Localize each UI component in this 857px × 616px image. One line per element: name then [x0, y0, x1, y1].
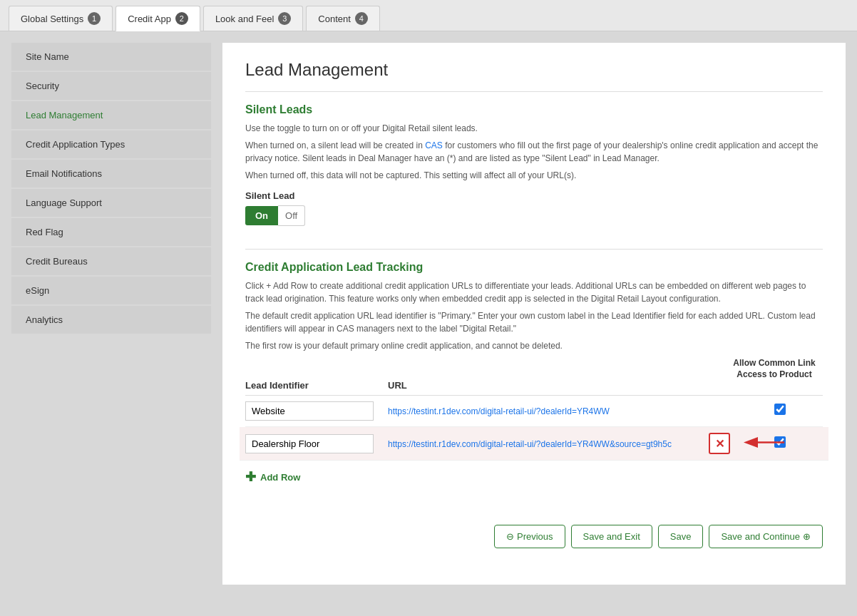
table-row-2: https://testint.r1dev.com/digital-retail… — [240, 427, 828, 461]
url-cell-1: https://testint.r1dev.com/digital-retail… — [388, 406, 702, 416]
lead-tracking-table: Allow Common Link Access to Product Lead… — [245, 358, 823, 461]
url-text-1: https://testint.r1dev.com/digital-retail… — [388, 406, 610, 416]
add-row-label: Add Row — [260, 472, 300, 483]
lead-id-cell-1 — [245, 401, 388, 421]
lead-identifier-input-1[interactable] — [245, 401, 374, 421]
plus-icon: ✚ — [245, 469, 256, 485]
section-divider-2 — [245, 249, 823, 250]
sidebar-item-esign[interactable]: eSign — [11, 277, 211, 304]
previous-button[interactable]: ⊖ Previous — [494, 525, 565, 548]
sidebar-item-email-notifications[interactable]: Email Notifications — [11, 160, 211, 188]
silent-leads-desc3: When turned off, this data will not be c… — [245, 169, 823, 182]
sidebar-item-red-flag[interactable]: Red Flag — [11, 218, 211, 246]
save-button[interactable]: Save — [658, 525, 704, 548]
sidebar-item-lead-management[interactable]: Lead Management — [11, 101, 211, 129]
save-and-continue-icon: ⊕ — [803, 531, 811, 542]
delete-icon: ✕ — [715, 437, 724, 451]
allow-checkbox-1[interactable] — [774, 404, 786, 415]
col-url-header: URL — [388, 380, 702, 391]
sidebar-item-credit-application-types[interactable]: Credit Application Types — [11, 130, 211, 158]
save-and-exit-button[interactable]: Save and Exit — [571, 525, 652, 548]
content-area: Lead Management Silent Leads Use the tog… — [222, 43, 846, 585]
allow-checkbox-2[interactable] — [774, 436, 786, 448]
tab-look-and-feel-label: Look and Feel — [215, 14, 274, 24]
url-text-2: https://testint.r1dev.com/digital-retail… — [388, 439, 672, 449]
save-and-exit-label: Save and Exit — [583, 531, 640, 542]
save-label: Save — [670, 531, 692, 542]
footer-buttons: ⊖ Previous Save and Exit Save Save and C… — [245, 513, 823, 548]
tab-global-settings[interactable]: Global Settings 1 — [9, 6, 113, 31]
tab-global-settings-badge: 1 — [88, 12, 101, 25]
toggle-on-button[interactable]: On — [245, 206, 278, 225]
sidebar-item-analytics[interactable]: Analytics — [11, 306, 211, 334]
sidebar-item-security[interactable]: Security — [11, 72, 211, 100]
credit-app-desc3: The first row is your default primary on… — [245, 339, 823, 352]
lead-identifier-input-2[interactable] — [245, 434, 374, 453]
credit-app-desc2: The default credit application URL lead … — [245, 309, 823, 335]
tab-content-label: Content — [318, 14, 351, 24]
col-allow-header: Allow Common Link Access to Product — [732, 358, 817, 380]
add-row-button[interactable]: ✚ Add Row — [245, 469, 300, 485]
title-divider — [245, 91, 823, 92]
tab-look-and-feel-badge: 3 — [278, 12, 291, 25]
tab-content-badge: 4 — [355, 12, 368, 25]
lead-id-cell-2 — [245, 434, 388, 453]
save-and-continue-label: Save and Continue — [721, 531, 800, 542]
main-container: Site Name Security Lead Management Credi… — [11, 43, 846, 585]
delete-cell-2: ✕ — [702, 433, 737, 454]
url-cell-2: https://testint.r1dev.com/digital-retail… — [388, 438, 702, 449]
tab-global-settings-label: Global Settings — [21, 14, 83, 24]
allow-cell-1 — [737, 404, 823, 419]
delete-row-2-button[interactable]: ✕ — [709, 433, 730, 454]
toggle-off-button[interactable]: Off — [278, 205, 305, 226]
sidebar-item-credit-bureaus[interactable]: Credit Bureaus — [11, 247, 211, 275]
previous-icon: ⊖ — [506, 531, 514, 542]
save-and-continue-button[interactable]: Save and Continue ⊕ — [709, 525, 823, 548]
allow-cell-2 — [737, 436, 823, 451]
sidebar-item-site-name[interactable]: Site Name — [11, 43, 211, 71]
table-row-1: https://testint.r1dev.com/digital-retail… — [245, 396, 823, 427]
silent-leads-heading: Silent Leads — [245, 103, 823, 116]
previous-label: Previous — [517, 531, 553, 542]
sidebar: Site Name Security Lead Management Credi… — [11, 43, 211, 585]
silent-leads-desc2: When turned on, a silent lead will be cr… — [245, 139, 823, 165]
tab-credit-app[interactable]: Credit App 2 — [116, 6, 200, 31]
silent-leads-desc1: Use the toggle to turn on or off your Di… — [245, 122, 823, 135]
sidebar-item-language-support[interactable]: Language Support — [11, 189, 211, 217]
page-title: Lead Management — [245, 60, 823, 80]
tab-credit-app-badge: 2 — [175, 12, 188, 25]
tab-look-and-feel[interactable]: Look and Feel 3 — [203, 6, 303, 31]
table-header: Lead Identifier URL — [245, 380, 823, 396]
silent-lead-label: Silent Lead — [245, 190, 823, 201]
tab-credit-app-label: Credit App — [128, 14, 171, 24]
tab-content[interactable]: Content 4 — [306, 6, 380, 31]
col-lead-identifier-header: Lead Identifier — [245, 380, 388, 391]
credit-app-desc1: Click + Add Row to create additional cre… — [245, 279, 823, 305]
tab-bar: Global Settings 1 Credit App 2 Look and … — [0, 0, 857, 31]
credit-app-heading: Credit Application Lead Tracking — [245, 261, 823, 274]
silent-lead-toggle: On Off — [245, 205, 305, 226]
